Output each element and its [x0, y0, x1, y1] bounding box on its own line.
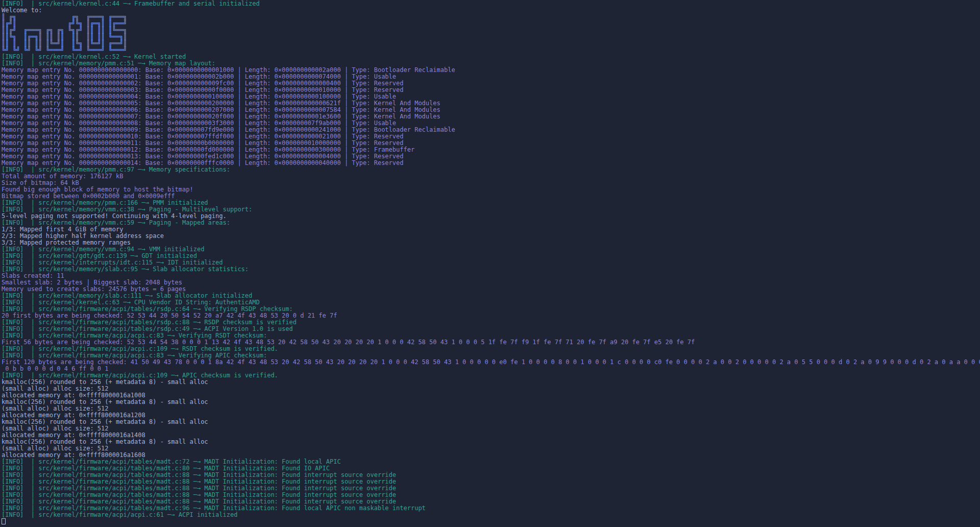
log-line: kmalloc(256) rounded to 256 (+ metadata … — [2, 419, 980, 425]
log-line: [INFO] | src/kernel/firmware/acpi/acpi.c… — [2, 512, 980, 518]
log-line: (small alloc) alloc size: 512 — [2, 405, 980, 412]
log-line: kmalloc(256) rounded to 256 (+ metadata … — [2, 379, 980, 386]
terminal-screen: [INFO] | src/kernel/kernel.c:44 ─→ Frame… — [0, 0, 980, 527]
log-line: 2/3: Mapped higher half kernel address s… — [2, 233, 980, 239]
terminal-cursor — [2, 518, 6, 524]
log-line: (small alloc) alloc size: 512 — [2, 445, 980, 452]
logo-ascii-line: ║║╚╗ ║╔═╗║ ║║ ║║ ║║ ║║ ║║ ╚══╗║ — [2, 34, 980, 40]
logo-ascii-line: ║ ╔╗ ╔╗ ╔═══╗ ╔═══╗ — [2, 14, 980, 20]
log-line: [INFO] | src/kernel/kernel.c:44 ─→ Frame… — [2, 1, 980, 7]
log-line: [INFO] | src/kernel/memory/pmm.c:97 ─→ M… — [2, 166, 980, 173]
log-line: (small alloc) alloc size: 512 — [2, 425, 980, 432]
logo-ascii-line: ║║ ║ ║║ ║║ ║╚═╝║ ║╚╗ ║╚═╝║ ╔══╝║ — [2, 40, 980, 47]
log-line: First 120 bytes are being checked: 41 50… — [2, 359, 980, 366]
log-line: Total amount of memory: 176127 kB — [2, 173, 980, 180]
log-line: kmalloc(256) rounded to 256 (+ metadata … — [2, 439, 980, 445]
cursor-line — [2, 518, 980, 525]
logo-ascii-line: ║╔╝║ ╔╝╚╗ ║╔═╗║ ║╔══╝ — [2, 20, 980, 27]
log-line: [INFO] | src/kernel/memory/vmm.c:59 ─→ P… — [2, 220, 980, 226]
logo-ascii-line: ║║╔╝ ╔═══╗ ╔╗ ╔╗ ╚╗╔╝ ║║ ║║ ║╚══╗ — [2, 27, 980, 34]
terminal-output: [INFO] | src/kernel/kernel.c:44 ─→ Frame… — [2, 1, 980, 525]
log-line: Welcome to: — [2, 7, 980, 14]
log-line: kmalloc(256) rounded to 256 (+ metadata … — [2, 399, 980, 405]
log-line: (small alloc) alloc size: 512 — [2, 386, 980, 392]
log-line: [INFO] | src/kernel/memory/slab.c:95 ─→ … — [2, 266, 980, 273]
